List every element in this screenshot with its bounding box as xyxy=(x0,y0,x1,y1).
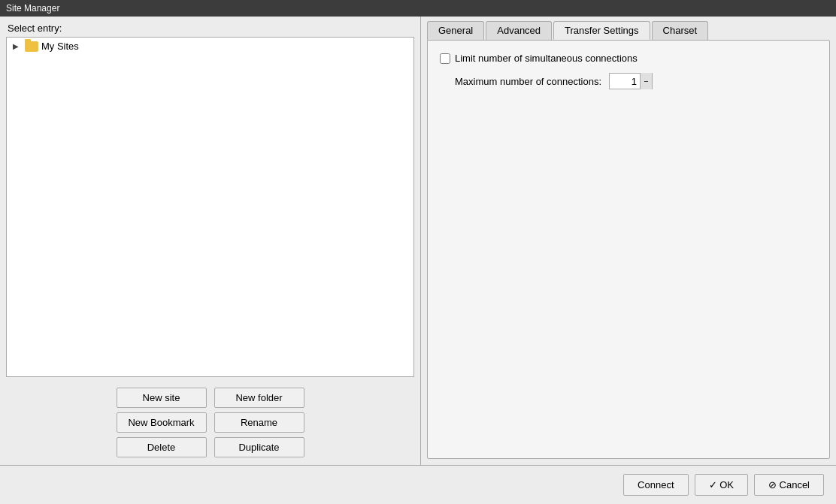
ok-button[interactable]: ✓ OK xyxy=(695,474,748,496)
cancel-button[interactable]: ⊘ Cancel xyxy=(754,474,824,496)
button-row: New site New folder New Bookmark Rename … xyxy=(0,383,420,465)
btn-row-2: New Bookmark Rename xyxy=(6,412,414,433)
tab-transfer-settings[interactable]: Transfer Settings xyxy=(553,21,650,40)
title-bar: Site Manager xyxy=(0,0,836,17)
max-connections-spinbox[interactable]: − xyxy=(609,73,653,89)
max-connections-input[interactable] xyxy=(610,76,640,87)
duplicate-button[interactable]: Duplicate xyxy=(214,437,304,457)
bottom-bar: Connect ✓ OK ⊘ Cancel xyxy=(0,465,836,504)
max-connections-row: Maximum number of connections: − xyxy=(440,73,817,89)
new-bookmark-button[interactable]: New Bookmark xyxy=(117,412,207,433)
connect-button[interactable]: Connect xyxy=(623,474,688,496)
spin-down-button[interactable]: − xyxy=(640,73,652,89)
new-folder-button[interactable]: New folder xyxy=(214,388,304,408)
tree-item-my-sites[interactable]: ▶ My Sites xyxy=(7,38,413,55)
max-connections-label: Maximum number of connections: xyxy=(440,76,601,87)
folder-icon xyxy=(25,41,38,52)
tree-item-label: My Sites xyxy=(41,41,79,52)
tree-arrow-icon: ▶ xyxy=(13,42,22,50)
select-entry-label: Select entry: xyxy=(0,17,420,37)
limit-connections-row: Limit number of simultaneous connections xyxy=(440,53,817,64)
new-site-button[interactable]: New site xyxy=(117,388,207,408)
tabs: General Advanced Transfer Settings Chars… xyxy=(421,17,836,40)
right-panel: General Advanced Transfer Settings Chars… xyxy=(421,17,836,465)
dialog: Select entry: ▶ My Sites New site New fo… xyxy=(0,17,836,504)
tab-general[interactable]: General xyxy=(427,21,484,40)
dialog-content: Select entry: ▶ My Sites New site New fo… xyxy=(0,17,836,465)
btn-row-1: New site New folder xyxy=(6,388,414,408)
rename-button[interactable]: Rename xyxy=(214,412,304,433)
tree-view[interactable]: ▶ My Sites xyxy=(6,37,414,377)
left-panel: Select entry: ▶ My Sites New site New fo… xyxy=(0,17,421,465)
limit-connections-label[interactable]: Limit number of simultaneous connections xyxy=(440,53,638,64)
tab-charset[interactable]: Charset xyxy=(652,21,709,40)
btn-row-3: Delete Duplicate xyxy=(6,437,414,457)
title-bar-text: Site Manager xyxy=(6,3,59,14)
tab-content: Limit number of simultaneous connections… xyxy=(427,40,830,459)
delete-button[interactable]: Delete xyxy=(117,437,207,457)
limit-connections-text: Limit number of simultaneous connections xyxy=(455,53,638,64)
limit-connections-checkbox[interactable] xyxy=(440,53,450,64)
tab-advanced[interactable]: Advanced xyxy=(486,21,552,40)
